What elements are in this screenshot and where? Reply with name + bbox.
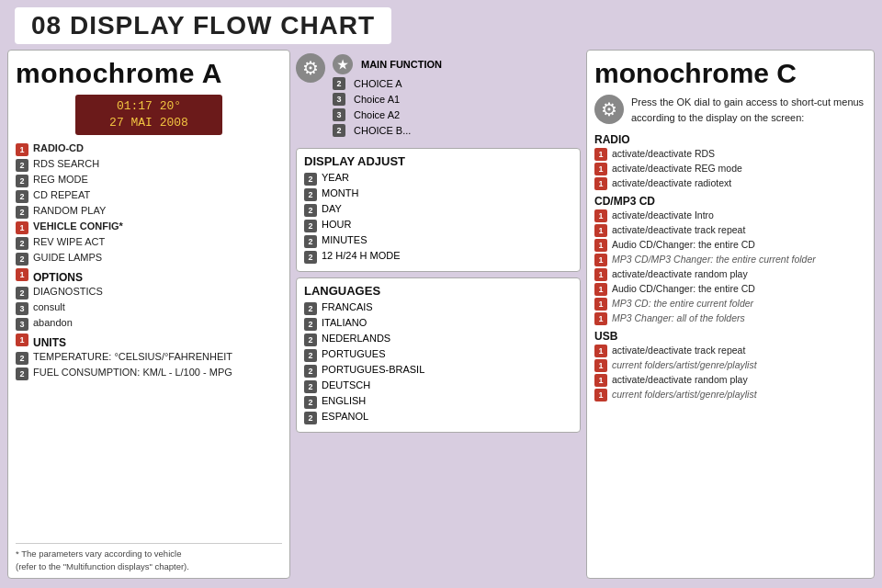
left-menu-item: 1OPTIONS <box>16 267 282 284</box>
language-label: NEDERLANDS <box>322 333 390 344</box>
main-function-label: CHOICE B... <box>354 125 411 136</box>
display-adjust-label: YEAR <box>322 172 349 183</box>
page-title: 08 DISPLAY FLOW CHART <box>31 11 375 40</box>
menu-label: VEHICLE CONFIG* <box>33 220 123 232</box>
badge-1: 1 <box>594 389 607 401</box>
badge-2: 2 <box>16 352 28 365</box>
badge-2: 2 <box>304 251 317 264</box>
badge-1: 1 <box>594 148 607 161</box>
usb-section-title: USB <box>594 330 866 343</box>
right-panel-title: monochrome C <box>594 58 866 89</box>
display-adjust-label: MINUTES <box>322 234 368 245</box>
menu-label: consult <box>33 301 65 312</box>
badge-2: 2 <box>304 380 317 393</box>
display-adjust-item: 2HOUR <box>304 219 572 232</box>
panel-left: monochrome A 01:17 20° 27 MAI 2008 1RADI… <box>7 50 290 579</box>
right-description: Press the OK dial to gain access to shor… <box>631 95 866 125</box>
badge-1: 1 <box>594 209 607 222</box>
right-item-label: activate/deactivate Intro <box>612 209 714 220</box>
badge-1: 1 <box>594 254 607 266</box>
right-item: 1current folders/artist/genre/playlist <box>594 389 866 401</box>
left-menu-item: 3consult <box>16 301 282 315</box>
language-label: DEUTSCH <box>322 379 370 390</box>
left-menu-item: 3abandon <box>16 317 282 331</box>
footnote-line2: (refer to the "Multifunction displays" c… <box>16 560 282 572</box>
badge-2: 2 <box>16 206 28 219</box>
menu-label: DIAGNOSTICS <box>33 286 103 297</box>
badge-1: 1 <box>594 177 607 190</box>
badge-3: 3 <box>16 302 28 315</box>
right-item: 1MP3 CD/MP3 Changer: the entire current … <box>594 254 866 266</box>
language-label: FRANCAIS <box>322 301 373 312</box>
language-label: PORTUGUES-BRASIL <box>322 364 424 375</box>
right-top-row: ⚙ Press the OK dial to gain access to sh… <box>594 95 866 125</box>
languages-panel: LANGUAGES 2FRANCAIS2ITALIANO2NEDERLANDS2… <box>296 277 581 433</box>
right-item-label: current folders/artist/genre/playlist <box>612 389 757 400</box>
display-adjust-item: 212 H/24 H MODE <box>304 250 572 264</box>
language-label: ITALIANO <box>322 317 367 328</box>
header-bar: 08 DISPLAY FLOW CHART <box>15 7 391 44</box>
display-adjust-panel: DISPLAY ADJUST 2YEAR2MONTH2DAY2HOUR2MINU… <box>296 148 581 272</box>
badge-2: 2 <box>304 412 317 424</box>
left-menu-item: 2TEMPERATURE: °CELSIUS/°FAHRENHEIT <box>16 351 282 365</box>
left-panel-title: monochrome A <box>16 58 282 89</box>
badge-1: 1 <box>16 143 28 156</box>
badge-2: 2 <box>304 173 317 186</box>
badge-★: ★ <box>333 54 353 74</box>
right-item: 1current folders/artist/genre/playlist <box>594 359 866 372</box>
menu-label: TEMPERATURE: °CELSIUS/°FAHRENHEIT <box>33 351 232 362</box>
radio-section-title: RADIO <box>594 133 866 146</box>
right-item: 1Audio CD/Changer: the entire CD <box>594 283 866 296</box>
display-adjust-item: 2MINUTES <box>304 234 572 248</box>
right-item-label: activate/deactivate track repeat <box>612 224 745 235</box>
right-item-label: current folders/artist/genre/playlist <box>612 359 757 370</box>
badge-3: 3 <box>16 318 28 331</box>
badge-2: 2 <box>16 159 28 172</box>
badge-2: 2 <box>304 365 317 378</box>
badge-1: 1 <box>594 239 607 252</box>
badge-1: 1 <box>594 345 607 357</box>
badge-2: 2 <box>304 318 317 331</box>
menu-label: FUEL CONSUMPTION: KM/L - L/100 - MPG <box>33 367 232 378</box>
menu-label: abandon <box>33 317 73 328</box>
display-adjust-label: DAY <box>322 203 342 214</box>
main-function-label: Choice A2 <box>354 109 400 120</box>
badge-2: 2 <box>16 190 28 203</box>
right-item-label: MP3 CD/MP3 Changer: the entire current f… <box>612 254 816 265</box>
display-box: 01:17 20° 27 MAI 2008 <box>75 95 222 135</box>
right-item: 1activate/deactivate Intro <box>594 209 866 222</box>
badge-1: 1 <box>594 224 607 237</box>
menu-label: UNITS <box>33 336 66 349</box>
main-function-label: CHOICE A <box>354 78 402 89</box>
right-item-label: activate/deactivate REG mode <box>612 163 742 174</box>
badge-2: 2 <box>16 175 28 187</box>
badge-2: 2 <box>16 237 28 250</box>
left-menu-item: 2DIAGNOSTICS <box>16 286 282 300</box>
left-menu-item: 2RANDOM PLAY <box>16 205 282 219</box>
main-function-item: 2CHOICE B... <box>333 123 442 137</box>
menu-label: RANDOM PLAY <box>33 205 106 216</box>
badge-2: 2 <box>16 253 28 266</box>
languages-list: 2FRANCAIS2ITALIANO2NEDERLANDS2PORTUGUES2… <box>304 301 572 424</box>
menu-label: REV WIPE ACT <box>33 236 105 247</box>
right-gear-icon: ⚙ <box>594 95 624 124</box>
badge-2: 2 <box>16 368 28 380</box>
gear-icon: ⚙ <box>296 53 325 83</box>
badge-1: 1 <box>594 374 607 387</box>
panel-right: monochrome C ⚙ Press the OK dial to gain… <box>586 50 875 579</box>
menu-label: REG MODE <box>33 174 88 185</box>
menu-label: GUIDE LAMPS <box>33 252 102 263</box>
left-menu-item: 1UNITS <box>16 333 282 349</box>
menu-label: RDS SEARCH <box>33 158 99 169</box>
right-item: 1activate/deactivate RDS <box>594 148 866 161</box>
left-menu-item: 2REG MODE <box>16 174 282 187</box>
language-item: 2ENGLISH <box>304 395 572 409</box>
badge-2: 2 <box>304 235 317 248</box>
display-adjust-item: 2DAY <box>304 203 572 217</box>
display-adjust-item: 2MONTH <box>304 187 572 201</box>
badge-2: 2 <box>304 302 317 315</box>
left-menu-item: 2CD REPEAT <box>16 189 282 203</box>
language-item: 2PORTUGUES-BRASIL <box>304 364 572 378</box>
badge-1: 1 <box>594 298 607 311</box>
display-adjust-label: 12 H/24 H MODE <box>322 250 401 261</box>
